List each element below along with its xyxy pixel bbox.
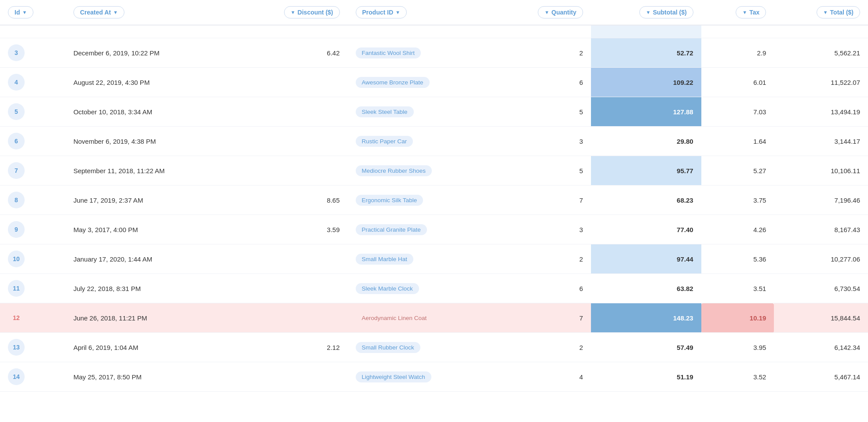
sort-button-id[interactable]: Id▼ xyxy=(8,6,33,18)
table-row: 3December 6, 2019, 10:22 PM6.42Fantastic… xyxy=(0,38,868,68)
cell-id: 6 xyxy=(0,127,66,156)
cell-product-id: Rustic Paper Car xyxy=(348,127,495,156)
chevron-left-icon-tax: ▼ xyxy=(742,10,747,15)
table-row: 11July 22, 2018, 8:31 PMSleek Marble Clo… xyxy=(0,274,868,303)
cell-total: 6,730.54 xyxy=(774,274,868,303)
product-tag[interactable]: Fantastic Wool Shirt xyxy=(356,47,421,58)
table-row: 9May 3, 2017, 4:00 PM3.59Practical Grani… xyxy=(0,215,868,244)
sort-button-quantity[interactable]: ▼Quantity xyxy=(538,6,583,18)
cell-subtotal: 51.19 xyxy=(591,362,701,392)
cell-id: 3 xyxy=(0,38,66,68)
sort-button-subtotal[interactable]: ▼Subtotal ($) xyxy=(639,6,693,18)
cell-discount xyxy=(235,25,348,38)
cell-discount xyxy=(235,156,348,186)
id-badge: 7 xyxy=(8,162,25,179)
col-label-id: Id xyxy=(15,9,20,16)
product-tag[interactable]: Small Marble Hat xyxy=(356,254,414,265)
cell-id: 14 xyxy=(0,362,66,392)
id-badge: 5 xyxy=(8,103,25,120)
cell-product-id: Fantastic Wool Shirt xyxy=(348,38,495,68)
cell-discount xyxy=(235,303,348,333)
cell-quantity: 7 xyxy=(495,186,591,215)
col-header-id: Id▼ xyxy=(0,0,66,25)
table-row: 4August 22, 2019, 4:30 PMAwesome Bronze … xyxy=(0,68,868,97)
id-badge: 12 xyxy=(8,309,25,326)
cell-id: 13 xyxy=(0,333,66,362)
cell-created-at: June 17, 2019, 2:37 AM xyxy=(66,186,235,215)
cell-tax: 7.03 xyxy=(701,97,774,127)
cell-product-id: Practical Granite Plate xyxy=(348,215,495,244)
chevron-left-icon-quantity: ▼ xyxy=(544,10,549,15)
id-badge: 6 xyxy=(8,133,25,149)
cell-quantity xyxy=(495,25,591,38)
cell-created-at: October 10, 2018, 3:34 AM xyxy=(66,97,235,127)
id-badge: 13 xyxy=(8,339,25,356)
table-row: 6November 6, 2019, 4:38 PMRustic Paper C… xyxy=(0,127,868,156)
cell-subtotal: 148.23 xyxy=(591,303,701,333)
id-badge: 8 xyxy=(8,192,25,208)
product-tag[interactable]: Small Rubber Clock xyxy=(356,342,420,353)
cell-id: 5 xyxy=(0,97,66,127)
cell-created-at: September 11, 2018, 11:22 AM xyxy=(66,156,235,186)
cell-product-id xyxy=(348,25,495,38)
cell-product-id: Lightweight Steel Watch xyxy=(348,362,495,392)
col-label-quantity: Quantity xyxy=(551,9,576,16)
cell-quantity: 6 xyxy=(495,68,591,97)
cell-total: 10,277.06 xyxy=(774,244,868,274)
cell-product-id: Mediocre Rubber Shoes xyxy=(348,156,495,186)
product-tag[interactable]: Aerodynamic Linen Coat xyxy=(356,313,433,324)
cell-total: 10,106.11 xyxy=(774,156,868,186)
cell-created-at: August 22, 2019, 4:30 PM xyxy=(66,68,235,97)
cell-quantity: 2 xyxy=(495,333,591,362)
chevron-right-icon-id: ▼ xyxy=(22,10,27,15)
product-tag[interactable]: Mediocre Rubber Shoes xyxy=(356,165,432,176)
product-tag[interactable]: Lightweight Steel Watch xyxy=(356,371,431,382)
table-row: 7September 11, 2018, 11:22 AMMediocre Ru… xyxy=(0,156,868,186)
cell-subtotal: 127.88 xyxy=(591,97,701,127)
cell-total: 5,562.21 xyxy=(774,38,868,68)
table-row: 8June 17, 2019, 2:37 AM8.65Ergonomic Sil… xyxy=(0,186,868,215)
id-badge: 11 xyxy=(8,280,25,297)
id-badge: 4 xyxy=(8,74,25,91)
sort-button-tax[interactable]: ▼Tax xyxy=(736,6,766,18)
cell-subtotal: 95.77 xyxy=(591,156,701,186)
cell-total: 11,522.07 xyxy=(774,68,868,97)
sort-button-discount[interactable]: ▼Discount ($) xyxy=(284,6,340,18)
table-row: 10January 17, 2020, 1:44 AMSmall Marble … xyxy=(0,244,868,274)
product-tag[interactable]: Awesome Bronze Plate xyxy=(356,77,430,88)
chevron-left-icon-discount: ▼ xyxy=(291,10,295,15)
cell-quantity: 2 xyxy=(495,244,591,274)
id-badge: 14 xyxy=(8,368,25,385)
cell-tax xyxy=(701,25,774,38)
col-label-tax: Tax xyxy=(749,9,759,16)
cell-id xyxy=(0,25,66,38)
cell-subtotal: 109.22 xyxy=(591,68,701,97)
product-tag[interactable]: Rustic Paper Car xyxy=(356,136,413,147)
cell-subtotal: 77.40 xyxy=(591,215,701,244)
sort-button-product_id[interactable]: Product ID▼ xyxy=(356,6,407,18)
cell-discount: 3.59 xyxy=(235,215,348,244)
product-tag[interactable]: Ergonomic Silk Table xyxy=(356,195,423,206)
cell-subtotal xyxy=(591,25,701,38)
cell-discount xyxy=(235,274,348,303)
cell-subtotal: 97.44 xyxy=(591,244,701,274)
cell-quantity: 5 xyxy=(495,97,591,127)
sort-button-created_at[interactable]: Created At▼ xyxy=(73,6,124,18)
cell-product-id: Ergonomic Silk Table xyxy=(348,186,495,215)
cell-tax: 5.27 xyxy=(701,156,774,186)
cell-id: 12 xyxy=(0,303,66,333)
cell-discount xyxy=(235,127,348,156)
cell-tax: 5.36 xyxy=(701,244,774,274)
cell-product-id: Small Rubber Clock xyxy=(348,333,495,362)
cell-created-at: November 6, 2019, 4:38 PM xyxy=(66,127,235,156)
id-badge: 10 xyxy=(8,251,25,267)
cell-subtotal: 68.23 xyxy=(591,186,701,215)
col-label-total: Total ($) xyxy=(830,9,853,16)
product-tag[interactable]: Sleek Marble Clock xyxy=(356,283,419,294)
cell-quantity: 3 xyxy=(495,127,591,156)
product-tag[interactable]: Sleek Steel Table xyxy=(356,106,414,117)
sort-button-total[interactable]: ▼Total ($) xyxy=(817,6,860,18)
cell-total: 6,142.34 xyxy=(774,333,868,362)
cell-created-at xyxy=(66,25,235,38)
product-tag[interactable]: Practical Granite Plate xyxy=(356,224,427,235)
